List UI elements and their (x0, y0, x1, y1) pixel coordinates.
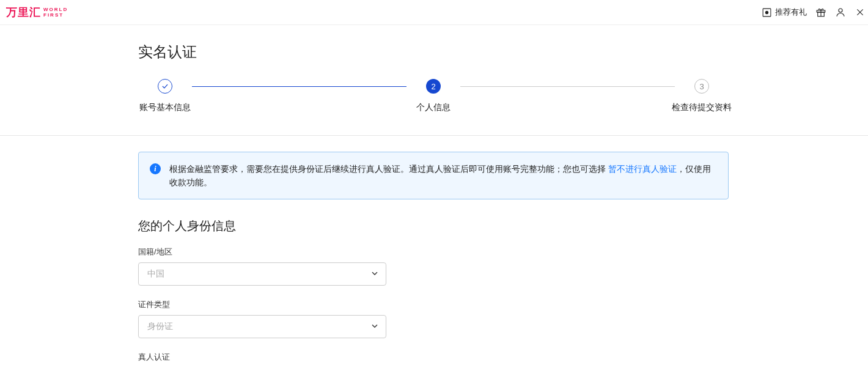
idtype-group: 证件类型 身份证 (138, 299, 729, 338)
idtype-select[interactable]: 身份证 (138, 315, 386, 338)
step-2: 2 个人信息 (406, 79, 460, 113)
info-icon: i (150, 163, 161, 174)
alert-text-1: 根据金融监管要求，需要您在提供身份证后继续进行真人验证。通过真人验证后即可使用账… (169, 164, 608, 174)
nationality-group: 国籍/地区 中国 (138, 247, 729, 286)
logo-en-line1: WORLD (43, 7, 68, 12)
nationality-value: 中国 (147, 269, 164, 280)
step-1-circle (158, 79, 172, 94)
step-2-label: 个人信息 (416, 102, 451, 113)
info-alert: i 根据金融监管要求，需要您在提供身份证后继续进行真人验证。通过真人验证后即可使… (138, 152, 729, 199)
chevron-down-icon (370, 269, 380, 280)
skip-verification-link[interactable]: 暂不进行真人验证 (608, 164, 677, 174)
step-1-label: 账号基本信息 (139, 102, 191, 113)
main-content: 实名认证 账号基本信息 2 个人信息 3 检查待提交资料 (138, 42, 729, 113)
step-2-circle: 2 (426, 79, 441, 94)
chevron-down-icon (370, 321, 380, 333)
close-button[interactable] (855, 7, 866, 18)
page-title: 实名认证 (138, 42, 729, 62)
realauth-label: 真人认证 (138, 352, 729, 363)
step-indicator: 账号基本信息 2 个人信息 3 检查待提交资料 (138, 79, 729, 113)
top-header: 万里汇 WORLD FIRST 推荐有礼 (0, 0, 868, 25)
svg-point-5 (839, 9, 842, 12)
svg-point-1 (765, 11, 768, 13)
close-icon (855, 7, 866, 18)
gift-icon (815, 7, 826, 18)
logo-en: WORLD FIRST (43, 7, 68, 18)
nationality-select[interactable]: 中国 (138, 262, 386, 286)
logo-en-line2: FIRST (43, 12, 68, 18)
form-section: i 根据金融监管要求，需要您在提供身份证后继续进行真人验证。通过真人验证后即可使… (138, 136, 729, 367)
check-icon (161, 82, 169, 91)
user-icon (835, 7, 846, 18)
step-line-2-3 (460, 86, 675, 87)
step-3: 3 检查待提交资料 (675, 79, 729, 113)
gift-button[interactable] (815, 7, 826, 18)
step-3-circle: 3 (694, 79, 709, 94)
idtype-label: 证件类型 (138, 299, 729, 310)
recommend-label: 推荐有礼 (775, 7, 807, 18)
recommend-link[interactable]: 推荐有礼 (761, 7, 807, 18)
idtype-value: 身份证 (147, 321, 173, 332)
nationality-label: 国籍/地区 (138, 247, 729, 258)
user-button[interactable] (835, 7, 846, 18)
realauth-group: 真人认证 手机摄像头认证 电脑摄像头认证 (138, 352, 729, 367)
target-icon (761, 7, 772, 18)
alert-text: 根据金融监管要求，需要您在提供身份证后继续进行真人验证。通过真人验证后即可使用账… (169, 162, 717, 189)
header-right: 推荐有礼 (761, 7, 868, 18)
step-3-label: 检查待提交资料 (672, 102, 732, 113)
step-1: 账号基本信息 (138, 79, 192, 113)
logo[interactable]: 万里汇 WORLD FIRST (6, 5, 68, 20)
section-title: 您的个人身份信息 (138, 218, 729, 234)
logo-cn: 万里汇 (6, 5, 41, 20)
step-line-1-2 (192, 86, 406, 87)
